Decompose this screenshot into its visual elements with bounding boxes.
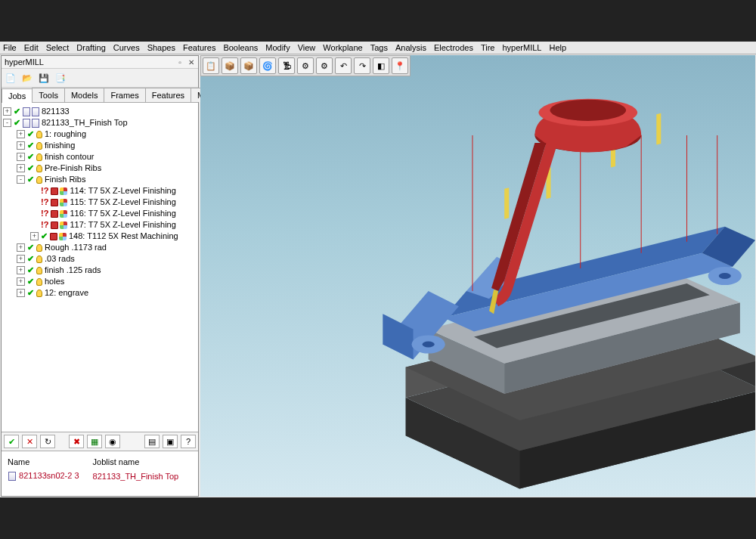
tb-saveall-icon[interactable]: 📑 [53,70,68,85]
tree-row[interactable]: +✔Pre-Finish Ribs [3,163,197,174]
3d-canvas[interactable] [200,55,755,497]
viewport-toolbar: 📋📦📦🌀🗜⚙⚙↶↷◧📍 [200,55,411,76]
tab-features[interactable]: Features [145,88,191,102]
vp-tool-redo-8[interactable]: ↷ [354,57,370,74]
3d-viewport[interactable]: 📋📦📦🌀🗜⚙⚙↶↷◧📍 [200,55,755,497]
btn-calc-icon[interactable]: ▦ [87,435,102,448]
menu-curves[interactable]: Curves [113,43,140,52]
menu-analysis[interactable]: Analysis [395,43,426,52]
tab-frames[interactable]: Frames [104,88,145,102]
vp-tool-gear-6[interactable]: ⚙ [316,57,333,74]
status-mark: ✔ [27,151,34,163]
tab-tools[interactable]: Tools [32,88,65,102]
vp-tool-box-1[interactable]: 📦 [222,57,238,74]
expander-icon[interactable]: - [17,175,25,184]
menu-help[interactable]: Help [549,43,566,52]
menu-workplane[interactable]: Workplane [323,43,362,52]
vp-tool-box-2[interactable]: 📦 [240,57,257,74]
tb-save-icon[interactable]: 💾 [36,70,51,85]
vp-tool-paste-0[interactable]: 📋 [203,57,219,74]
expander-icon[interactable]: + [17,164,25,172]
menu-select[interactable]: Select [46,43,70,52]
tree-row[interactable]: +✔.03 rads [3,253,197,265]
btn-cross-icon[interactable]: ✕ [22,435,37,448]
status-mark: ✔ [27,140,34,151]
menu-modify[interactable]: Modify [265,43,290,52]
tree-row[interactable]: +✔finish contour [3,151,197,163]
tree-row[interactable]: !?116: T7 5X Z-Level Finishing [3,208,197,219]
tree-row[interactable]: +✔Rough .1173 rad [3,242,197,253]
vp-tool-spiral-3[interactable]: 🌀 [259,57,276,74]
menu-file[interactable]: File [3,43,17,52]
btn-help-icon[interactable]: ? [181,435,196,448]
menu-electrodes[interactable]: Electrodes [434,43,473,52]
expander-icon[interactable]: + [17,277,25,286]
expander-icon[interactable]: + [17,243,25,252]
expander-icon[interactable]: + [17,255,25,263]
tree-row[interactable]: -✔821133_TH_Finish Top [3,117,197,129]
tb-open-icon[interactable]: 📂 [20,70,35,85]
btn-check-icon[interactable]: ✔ [4,435,19,448]
menu-tire[interactable]: Tire [481,43,495,52]
vp-tool-gear-5[interactable]: ⚙ [297,57,314,74]
menu-hypermill[interactable]: hyperMILL [502,43,541,52]
tree-label: 12: engrave [45,287,88,299]
menu-drafting[interactable]: Drafting [76,43,106,52]
expander-icon[interactable]: + [17,130,25,138]
vp-tool-pin-10[interactable]: 📍 [392,57,408,74]
details-joblist-value: 821133_TH_Finish Top [93,472,179,481]
status-mark: ✔ [27,174,34,185]
btn-report-icon[interactable]: ▤ [144,435,160,448]
expander-icon[interactable]: + [17,266,25,274]
tree-row[interactable]: !?115: T7 5X Z-Level Finishing [3,197,197,208]
svg-point-21 [719,273,731,279]
tree-label: .03 rads [45,253,75,265]
tree-row[interactable]: !?117: T7 5X Z-Level Finishing [3,219,197,231]
vp-tool-clamp-4[interactable]: 🗜 [278,57,295,74]
tree-row[interactable]: +✔12: engrave [3,287,197,299]
tb-new-icon[interactable]: 📄 [3,70,18,85]
status-mark: !? [41,208,48,219]
tab-models[interactable]: Models [64,88,104,102]
panel-tabs: JobsToolsModelsFramesFeaturesMacros [2,88,198,103]
panel-titlebar[interactable]: hyperMILL ▫ ✕ [2,56,198,69]
vp-tool-undo-7[interactable]: ↶ [335,57,352,74]
tab-jobs[interactable]: Jobs [2,88,33,103]
btn-export-icon[interactable]: ▣ [163,435,178,448]
tree-row[interactable]: -✔Finish Ribs [3,174,197,185]
expander-icon[interactable]: + [17,153,25,161]
bulb-icon [36,267,42,274]
btn-sim-icon[interactable]: ◉ [105,435,120,448]
vp-tool-cube-9[interactable]: ◧ [373,57,389,74]
expander-icon[interactable]: + [17,289,25,297]
expander-icon[interactable]: + [3,107,11,116]
tree-row[interactable]: +✔821133 [3,106,197,117]
tree-label: 114: T7 5X Z-Level Finishing [70,185,175,197]
expander-icon[interactable]: + [17,141,25,150]
panel-bottom-toolbar: ✔ ✕ ↻ ✖ ▦ ◉ ▤ ▣ ? [2,432,198,451]
svg-point-19 [423,341,435,347]
menu-edit[interactable]: Edit [24,43,39,52]
panel-close-icon[interactable]: ✕ [187,59,195,67]
menu-shapes[interactable]: Shapes [147,43,175,52]
tree-row[interactable]: +✔1: roughing [3,129,197,140]
menu-booleans[interactable]: Booleans [223,43,258,52]
panel-pin-icon[interactable]: ▫ [176,59,184,67]
tree-label: finish contour [45,151,94,163]
status-mark: !? [41,185,48,197]
btn-reload-icon[interactable]: ↻ [40,435,55,448]
btn-delete-icon[interactable]: ✖ [69,435,84,448]
tree-row[interactable]: +✔finishing [3,140,197,151]
expander-icon[interactable]: - [3,119,11,127]
menu-view[interactable]: View [298,43,316,52]
tree-row[interactable]: +✔finish .125 rads [3,265,197,276]
tree-row[interactable]: +✔148: T112 5X Rest Machining [3,231,197,242]
menu-tags[interactable]: Tags [370,43,388,52]
tree-row[interactable]: !?114: T7 5X Z-Level Finishing [3,185,197,197]
menu-features[interactable]: Features [183,43,215,52]
expander-icon[interactable]: + [30,232,39,240]
tree-label: 1: roughing [45,129,86,140]
status-mark: ✔ [27,287,34,299]
job-tree[interactable]: +✔821133-✔821133_TH_Finish Top+✔1: rough… [2,103,198,432]
tree-row[interactable]: +✔holes [3,276,197,287]
